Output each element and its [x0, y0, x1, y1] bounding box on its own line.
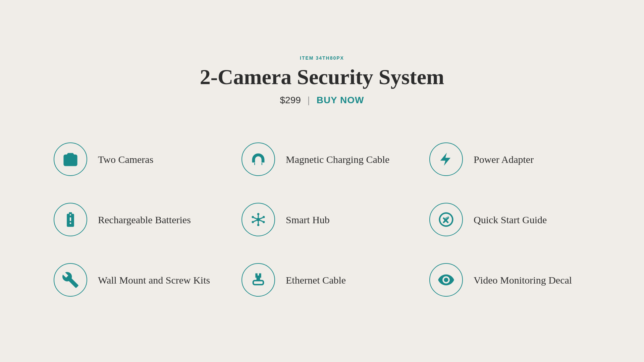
- item-label-power-adapter: Power Adapter: [474, 153, 534, 166]
- svg-point-0: [257, 218, 260, 222]
- item-cell-rechargeable-batteries: Rechargeable Batteries: [40, 193, 228, 246]
- price-divider: |: [308, 95, 310, 105]
- svg-line-11: [254, 220, 257, 222]
- tools-icon: [54, 263, 87, 297]
- price: $299: [280, 95, 301, 105]
- item-label-quick-start-guide: Quick Start Guide: [474, 213, 547, 226]
- svg-point-1: [257, 213, 260, 216]
- item-label-smart-hub: Smart Hub: [286, 213, 330, 226]
- product-title: 2-Camera Security System: [200, 65, 444, 89]
- camera-icon: [54, 142, 87, 176]
- svg-point-2: [263, 216, 265, 218]
- item-label-magnetic-charging-cable: Magnetic Charging Cable: [286, 153, 389, 166]
- items-grid: Two Cameras Magnetic Charging Cable Powe…: [40, 132, 604, 307]
- usb-icon: [241, 263, 275, 297]
- magnet-icon: [241, 142, 275, 176]
- item-cell-power-adapter: Power Adapter: [416, 132, 604, 186]
- hub-icon: [241, 203, 275, 236]
- item-label-ethernet-cable: Ethernet Cable: [286, 274, 346, 287]
- svg-point-6: [252, 216, 254, 218]
- item-cell-video-monitoring-decal: Video Monitoring Decal: [416, 253, 604, 307]
- item-cell-ethernet-cable: Ethernet Cable: [228, 253, 416, 307]
- svg-point-3: [263, 221, 265, 223]
- item-label-video-monitoring-decal: Video Monitoring Decal: [474, 274, 572, 287]
- buy-now-link[interactable]: BUY NOW: [317, 95, 364, 105]
- item-label-two-cameras: Two Cameras: [98, 153, 153, 166]
- svg-line-12: [254, 218, 257, 219]
- svg-point-5: [252, 221, 254, 223]
- item-cell-quick-start-guide: Quick Start Guide: [416, 193, 604, 246]
- page-header: ITEM 34TH80PX 2-Camera Security System $…: [200, 55, 444, 106]
- compass-icon: [429, 203, 463, 236]
- item-cell-wall-mount-screw-kits: Wall Mount and Screw Kits: [40, 253, 228, 307]
- eye-icon: [429, 263, 463, 297]
- bolt-icon: [429, 142, 463, 176]
- item-cell-magnetic-charging-cable: Magnetic Charging Cable: [228, 132, 416, 186]
- svg-line-9: [260, 220, 263, 222]
- item-label-rechargeable-batteries: Rechargeable Batteries: [98, 213, 191, 226]
- price-row: $299 | BUY NOW: [200, 95, 444, 106]
- svg-point-4: [257, 224, 260, 226]
- item-label-wall-mount-screw-kits: Wall Mount and Screw Kits: [98, 274, 210, 287]
- battery-icon: [54, 203, 87, 236]
- svg-line-8: [260, 218, 263, 219]
- item-cell-two-cameras: Two Cameras: [40, 132, 228, 186]
- item-id: ITEM 34TH80PX: [200, 55, 444, 61]
- item-cell-smart-hub: Smart Hub: [228, 193, 416, 246]
